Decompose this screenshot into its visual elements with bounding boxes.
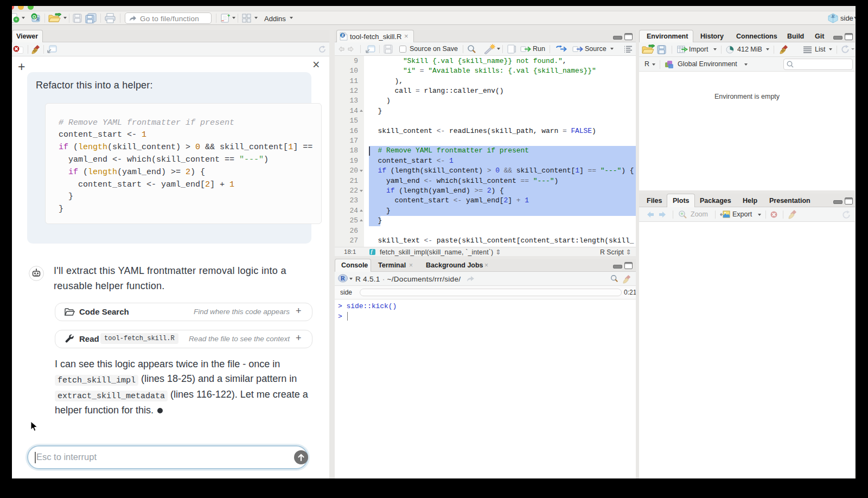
svg-text:+: +	[227, 13, 230, 18]
svg-text:R: R	[831, 14, 834, 19]
svg-text:R: R	[341, 33, 344, 38]
svg-text:−: −	[221, 18, 224, 23]
svg-text:+: +	[15, 17, 17, 22]
svg-text:R: R	[35, 16, 39, 22]
svg-text:R: R	[341, 275, 346, 282]
